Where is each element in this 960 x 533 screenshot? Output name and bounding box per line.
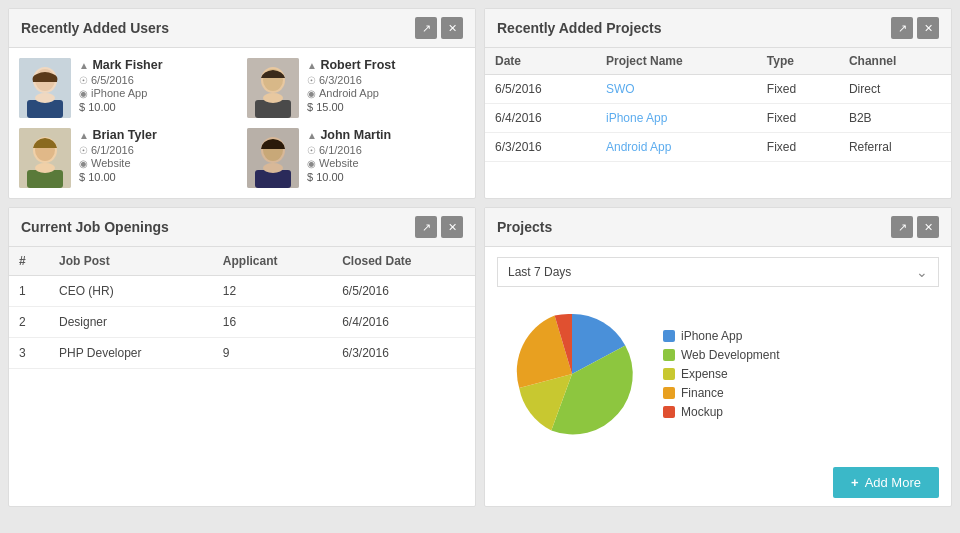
add-more-button[interactable]: + Add More <box>833 467 939 498</box>
chart-expand-button[interactable]: ↗ <box>891 216 913 238</box>
users-close-button[interactable]: ✕ <box>441 17 463 39</box>
row-project-name[interactable]: SWO <box>596 75 757 104</box>
users-grid: ▲ Mark Fisher ☉ 6/5/2016 ◉ iPhone App <box>19 58 465 188</box>
user-date-mark-fisher: ☉ 6/5/2016 <box>79 74 237 86</box>
user-project-brian-tyler: ◉ Website <box>79 157 237 169</box>
svg-point-9 <box>263 93 283 103</box>
clock-icon: ☉ <box>307 75 316 86</box>
jobs-expand-button[interactable]: ↗ <box>415 216 437 238</box>
mockup-dot <box>663 406 675 418</box>
row-job-post: Designer <box>49 307 213 338</box>
user-card-john-martin: ▲ John Martin ☉ 6/1/2016 ◉ Website $ 1 <box>247 128 465 188</box>
svg-point-4 <box>35 93 55 103</box>
col-job-post: Job Post <box>49 247 213 276</box>
col-type: Type <box>757 48 839 75</box>
col-project-name: Project Name <box>596 48 757 75</box>
users-panel-header: Recently Added Users ↗ ✕ <box>9 9 475 48</box>
jobs-table: # Job Post Applicant Closed Date 1 CEO (… <box>9 247 475 399</box>
user-price-brian-tyler: $ 10.00 <box>79 171 237 183</box>
add-more-bar: + Add More <box>485 459 951 506</box>
jobs-close-button[interactable]: ✕ <box>441 216 463 238</box>
user-info-john-martin: ▲ John Martin ☉ 6/1/2016 ◉ Website $ 1 <box>307 128 465 183</box>
projects-panel-title: Recently Added Projects <box>497 20 661 36</box>
table-row: 3 PHP Developer 9 6/3/2016 <box>9 338 475 369</box>
web-dev-dot <box>663 349 675 361</box>
user-project-robert-frost: ◉ Android App <box>307 87 465 99</box>
user-project-mark-fisher: ◉ iPhone App <box>79 87 237 99</box>
row-date: 6/4/2016 <box>332 307 475 338</box>
user-date-john-martin: ☉ 6/1/2016 <box>307 144 465 156</box>
chevron-down-icon: ⌄ <box>916 264 928 280</box>
avatar-robert-frost <box>247 58 299 118</box>
legend-iphone-app: iPhone App <box>663 329 780 343</box>
users-expand-button[interactable]: ↗ <box>415 17 437 39</box>
row-date: 6/3/2016 <box>332 338 475 369</box>
users-panel-content: ▲ Mark Fisher ☉ 6/5/2016 ◉ iPhone App <box>9 48 475 198</box>
table-row: 6/5/2016 SWO Fixed Direct <box>485 75 951 104</box>
mockup-label: Mockup <box>681 405 723 419</box>
jobs-panel-content: # Job Post Applicant Closed Date 1 CEO (… <box>9 247 475 399</box>
monitor-icon: ◉ <box>307 88 316 99</box>
user-name-brian-tyler: ▲ Brian Tyler <box>79 128 237 142</box>
projects-chart-header: Projects ↗ ✕ <box>485 208 951 247</box>
row-date: 6/4/2016 <box>485 104 596 133</box>
pie-chart <box>497 299 647 449</box>
row-date: 6/5/2016 <box>485 75 596 104</box>
period-label: Last 7 Days <box>508 265 571 279</box>
row-channel: B2B <box>839 104 951 133</box>
user-project-john-martin: ◉ Website <box>307 157 465 169</box>
avatar-brian-tyler <box>19 128 71 188</box>
iphone-app-dot <box>663 330 675 342</box>
row-project-name[interactable]: Android App <box>596 133 757 162</box>
chart-close-button[interactable]: ✕ <box>917 216 939 238</box>
row-type: Fixed <box>757 104 839 133</box>
row-num: 2 <box>9 307 49 338</box>
web-dev-label: Web Development <box>681 348 780 362</box>
legend-finance: Finance <box>663 386 780 400</box>
row-applicant: 16 <box>213 307 332 338</box>
projects-close-button[interactable]: ✕ <box>917 17 939 39</box>
projects-chart-panel: Projects ↗ ✕ Last 7 Days ⌄ <box>484 207 952 507</box>
expense-dot <box>663 368 675 380</box>
row-num: 1 <box>9 276 49 307</box>
user-date-brian-tyler: ☉ 6/1/2016 <box>79 144 237 156</box>
job-openings-panel: Current Job Openings ↗ ✕ # Job Post Appl… <box>8 207 476 507</box>
monitor-icon: ◉ <box>79 88 88 99</box>
row-channel: Direct <box>839 75 951 104</box>
expense-label: Expense <box>681 367 728 381</box>
row-date: 6/3/2016 <box>485 133 596 162</box>
jobs-panel-header: Current Job Openings ↗ ✕ <box>9 208 475 247</box>
user-name-john-martin: ▲ John Martin <box>307 128 465 142</box>
col-date: Date <box>485 48 596 75</box>
period-dropdown[interactable]: Last 7 Days ⌄ <box>497 257 939 287</box>
finance-label: Finance <box>681 386 724 400</box>
projects-chart-content: Last 7 Days ⌄ <box>485 247 951 459</box>
table-row-empty <box>9 369 475 400</box>
row-project-name[interactable]: iPhone App <box>596 104 757 133</box>
jobs-panel-title: Current Job Openings <box>21 219 169 235</box>
col-closed-date: Closed Date <box>332 247 475 276</box>
avatar-john-martin <box>247 128 299 188</box>
projects-expand-button[interactable]: ↗ <box>891 17 913 39</box>
legend-mockup: Mockup <box>663 405 780 419</box>
row-applicant: 12 <box>213 276 332 307</box>
col-applicant: Applicant <box>213 247 332 276</box>
row-channel: Referral <box>839 133 951 162</box>
clock-icon: ☉ <box>79 145 88 156</box>
user-price-mark-fisher: $ 10.00 <box>79 101 237 113</box>
user-name-robert-frost: ▲ Robert Frost <box>307 58 465 72</box>
projects-table: Date Project Name Type Channel 6/5/2016 … <box>485 48 951 192</box>
chart-legend: iPhone App Web Development Expense Finan… <box>663 329 780 419</box>
user-card-robert-frost: ▲ Robert Frost ☉ 6/3/2016 ◉ Android App <box>247 58 465 118</box>
user-price-john-martin: $ 10.00 <box>307 171 465 183</box>
svg-point-14 <box>35 163 55 173</box>
row-job-post: CEO (HR) <box>49 276 213 307</box>
finance-dot <box>663 387 675 399</box>
col-channel: Channel <box>839 48 951 75</box>
row-num: 3 <box>9 338 49 369</box>
user-info-brian-tyler: ▲ Brian Tyler ☉ 6/1/2016 ◉ Website $ 1 <box>79 128 237 183</box>
add-more-label: Add More <box>865 475 921 490</box>
user-info-robert-frost: ▲ Robert Frost ☉ 6/3/2016 ◉ Android App <box>307 58 465 113</box>
chart-panel-controls: ↗ ✕ <box>891 216 939 238</box>
clock-icon: ☉ <box>307 145 316 156</box>
